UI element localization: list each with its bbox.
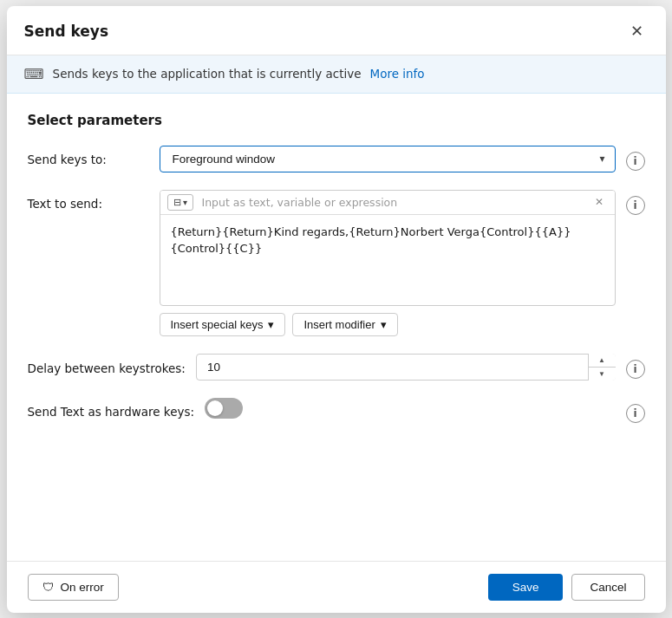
hardware-keys-toggle[interactable] [205,398,243,419]
delay-input-wrapper: ▲ ▼ [196,354,616,381]
hardware-keys-control [205,398,615,419]
hardware-keys-row: Send Text as hardware keys: i [28,398,645,423]
insert-special-keys-label: Insert special keys [171,318,264,331]
text-mode-icon: ⊟ [173,197,181,208]
dialog-footer: 🛡 On error Save Cancel [7,561,666,613]
toolbar-placeholder: Input as text, variable or expression [197,196,587,209]
delay-spinners: ▲ ▼ [588,354,616,381]
dialog-title: Send keys [24,23,109,40]
text-mode-button[interactable]: ⊟ ▾ [167,194,193,211]
text-to-send-textarea[interactable]: {Return}{Return}Kind regards,{Return}Nor… [160,215,615,302]
delay-increment-button[interactable]: ▲ [589,354,616,368]
close-button[interactable]: ✕ [625,20,649,42]
send-keys-to-dropdown-wrapper: Foreground window Background window ▾ [160,146,616,172]
insert-modifier-chevron-icon: ▾ [381,318,387,331]
shield-icon: 🛡 [42,581,55,594]
on-error-button[interactable]: 🛡 On error [28,574,119,601]
banner-text: Sends keys to the application that is cu… [53,67,362,81]
delay-input[interactable] [196,354,616,381]
text-to-send-label: Text to send: [28,190,149,211]
insert-buttons-row: Insert special keys ▾ Insert modifier ▾ [160,313,616,336]
cancel-button[interactable]: Cancel [571,574,644,601]
delay-row: Delay between keystrokes: ▲ ▼ i [28,354,645,381]
insert-modifier-button[interactable]: Insert modifier ▾ [292,313,397,336]
hardware-keys-info-icon[interactable]: i [626,404,645,423]
toolbar-clear-button[interactable]: ✕ [590,194,608,210]
send-keys-to-select[interactable]: Foreground window Background window [160,146,616,172]
hardware-keys-label: Send Text as hardware keys: [28,398,195,419]
send-keys-to-info-icon[interactable]: i [626,152,645,171]
delay-control: ▲ ▼ [196,354,616,381]
info-banner: ⌨ Sends keys to the application that is … [7,55,666,94]
save-button[interactable]: Save [488,574,564,601]
on-error-label: On error [61,581,104,594]
text-to-send-control: ⊟ ▾ Input as text, variable or expressio… [160,190,616,336]
insert-modifier-label: Insert modifier [303,318,375,331]
text-input-toolbar: ⊟ ▾ Input as text, variable or expressio… [160,191,615,215]
delay-decrement-button[interactable]: ▼ [589,368,616,381]
more-info-link[interactable]: More info [369,67,424,81]
send-keys-to-row: Send keys to: Foreground window Backgrou… [28,146,645,172]
dialog-body: Select parameters Send keys to: Foregrou… [7,94,666,561]
toggle-wrapper [205,398,615,419]
text-input-wrapper: ⊟ ▾ Input as text, variable or expressio… [160,190,616,306]
dialog-header: Send keys ✕ [7,6,666,55]
toggle-knob [207,400,223,416]
send-keys-to-control: Foreground window Background window ▾ [160,146,616,172]
insert-special-keys-button[interactable]: Insert special keys ▾ [160,313,286,336]
delay-info-icon[interactable]: i [626,360,645,379]
text-to-send-row: Text to send: ⊟ ▾ Input as text, variabl… [28,190,645,336]
keyboard-icon: ⌨ [24,66,44,82]
toolbar-chevron-icon: ▾ [183,198,187,207]
send-keys-to-label: Send keys to: [28,146,149,166]
section-title: Select parameters [28,113,645,128]
insert-special-keys-chevron-icon: ▾ [268,318,274,331]
send-keys-dialog: Send keys ✕ ⌨ Sends keys to the applicat… [7,6,666,613]
text-to-send-info-icon[interactable]: i [626,196,645,215]
delay-label: Delay between keystrokes: [28,354,186,377]
footer-right-buttons: Save Cancel [488,574,645,601]
